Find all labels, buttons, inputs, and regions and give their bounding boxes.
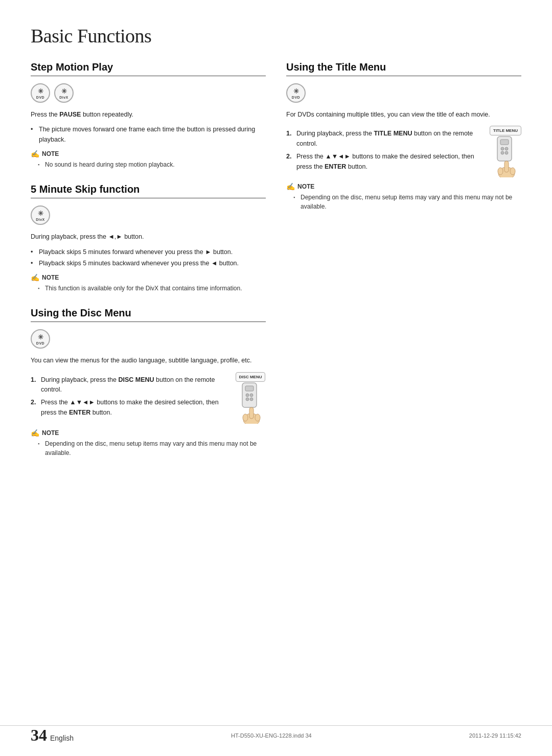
svg-rect-7 [249, 407, 254, 419]
disc-menu-hand-svg [235, 382, 266, 424]
minute-skip-note-1: This function is available only for the … [38, 284, 266, 293]
title-enter-bold: ENTER [325, 163, 346, 170]
svg-rect-1 [245, 386, 254, 391]
title-menu-intro: For DVDs containing multiple titles, you… [286, 110, 521, 120]
title-menu-note-1: Depending on the disc, menu setup items … [293, 193, 521, 211]
svg-point-12 [501, 147, 504, 150]
left-column: Step Motion Play ✳ DVD ✳ DivX Press the … [31, 61, 266, 472]
note-icon-3: ✍ [31, 429, 39, 437]
dvd-star-disc-icon: ✳ [38, 333, 43, 341]
disc-menu-steps: 1. During playback, press the DISC MENU … [31, 371, 223, 423]
dvd-star-icon: ✳ [38, 87, 43, 95]
minute-skip-note-title: ✍ NOTE [31, 273, 266, 282]
svg-point-18 [498, 168, 503, 175]
title-menu-content-area: 1. During playback, press the TITLE MENU… [286, 125, 521, 177]
dvd-badge-disc: ✳ DVD [31, 329, 50, 349]
step-motion-note-1: No sound is heard during step motion pla… [38, 160, 266, 169]
footer-filename: HT-D550-XU-ENG-1228.indd 34 [231, 732, 312, 739]
disc-menu-badges: ✳ DVD [31, 329, 266, 349]
svg-point-2 [246, 394, 249, 397]
note-icon-2: ✍ [31, 273, 39, 282]
title-menu-title: Using the Title Menu [286, 61, 521, 76]
title-menu-steps: 1. During playback, press the TITLE MENU… [286, 125, 477, 177]
divx-star-icon: ✳ [61, 87, 67, 95]
svg-point-15 [505, 151, 508, 154]
disc-menu-image-wrapper: DISC MENU [235, 372, 266, 424]
step-motion-play-section: Step Motion Play ✳ DVD ✳ DivX Press the … [31, 61, 266, 169]
step-motion-intro: Press the PAUSE button repeatedly. [31, 110, 266, 120]
disc-menu-content-area: 1. During playback, press the DISC MENU … [31, 371, 266, 424]
step-motion-note: ✍ NOTE No sound is heard during step mot… [31, 150, 266, 169]
title-menu-note-title: ✍ NOTE [286, 182, 521, 191]
two-column-layout: Step Motion Play ✳ DVD ✳ DivX Press the … [31, 61, 521, 472]
minute-skip-badges: ✳ DivX [31, 205, 266, 225]
step-motion-note-title: ✍ NOTE [31, 150, 266, 158]
footer-timestamp: 2011-12-29 11:15:42 [469, 732, 521, 739]
title-menu-button-label: TITLE MENU [490, 126, 521, 135]
svg-point-19 [510, 168, 515, 175]
divx-star-icon-2: ✳ [38, 210, 43, 217]
svg-point-4 [246, 398, 249, 401]
disc-menu-note: ✍ NOTE Depending on the disc, menu setup… [31, 429, 266, 457]
disc-menu-step-1: 1. During playback, press the DISC MENU … [31, 375, 223, 395]
step-motion-note-list: No sound is heard during step motion pla… [31, 160, 266, 169]
minute-skip-bullets: Playback skips 5 minutes forward wheneve… [31, 247, 266, 269]
divx-badge: ✳ DivX [54, 83, 74, 103]
svg-point-8 [243, 414, 248, 421]
minute-skip-title: 5 Minute Skip function [31, 184, 266, 198]
note-icon-4: ✍ [286, 182, 295, 191]
svg-point-3 [250, 394, 253, 397]
disc-menu-step-2: 2. Press the ▲▼◄► buttons to make the de… [31, 398, 223, 418]
dvd-badge-title: ✳ DVD [286, 83, 306, 103]
pause-bold: PAUSE [59, 111, 81, 118]
disc-menu-numbered: 1. During playback, press the DISC MENU … [31, 375, 223, 418]
minute-skip-note: ✍ NOTE This function is available only f… [31, 273, 266, 293]
step-motion-bullets: The picture moves forward one frame each… [31, 125, 266, 145]
title-menu-step-1: 1. During playback, press the TITLE MENU… [286, 129, 477, 149]
svg-point-5 [250, 398, 253, 401]
svg-rect-11 [500, 140, 509, 145]
minute-skip-intro: During playback, press the ◄,► button. [31, 232, 266, 242]
step-motion-play-title: Step Motion Play [31, 61, 266, 76]
page-wrapper: Basic Functions Step Motion Play ✳ DVD ✳… [0, 0, 552, 756]
title-menu-badges: ✳ DVD [286, 83, 521, 103]
page-language: English [50, 734, 74, 742]
disc-menu-section: Using the Disc Menu ✳ DVD You can view t… [31, 307, 266, 457]
title-menu-note-list: Depending on the disc, menu setup items … [286, 193, 521, 211]
title-menu-image-wrapper: TITLE MENU [490, 126, 521, 177]
step-motion-bullet-1: The picture moves forward one frame each… [31, 125, 266, 145]
minute-skip-bullet-1: Playback skips 5 minutes forward wheneve… [31, 247, 266, 257]
page-number: 34 [31, 726, 47, 745]
disc-menu-intro: You can view the menus for the audio lan… [31, 356, 266, 365]
title-menu-section: Using the Title Menu ✳ DVD For DVDs cont… [286, 61, 521, 211]
divx-badge-2: ✳ DivX [31, 205, 50, 225]
disc-menu-button-label: DISC MENU [236, 372, 266, 382]
minute-skip-section: 5 Minute Skip function ✳ DivX During pla… [31, 184, 266, 293]
title-menu-bold: TITLE MENU [374, 130, 412, 137]
page-footer: 34 English HT-D550-XU-ENG-1228.indd 34 2… [0, 725, 552, 745]
svg-rect-17 [504, 161, 509, 172]
disc-menu-title: Using the Disc Menu [31, 307, 266, 322]
right-column: Using the Title Menu ✳ DVD For DVDs cont… [286, 61, 521, 472]
dvd-star-title-icon: ✳ [293, 87, 299, 95]
disc-menu-note-list: Depending on the disc, menu setup items … [31, 439, 266, 457]
title-menu-numbered: 1. During playback, press the TITLE MENU… [286, 129, 477, 172]
minute-skip-bullet-2: Playback skips 5 minutes backward whenev… [31, 259, 266, 268]
dvd-badge: ✳ DVD [31, 83, 50, 103]
svg-point-14 [501, 151, 504, 154]
svg-point-13 [505, 147, 508, 150]
svg-point-9 [255, 414, 260, 421]
title-menu-note: ✍ NOTE Depending on the disc, menu setup… [286, 182, 521, 211]
minute-skip-note-list: This function is available only for the … [31, 284, 266, 293]
note-icon: ✍ [31, 150, 39, 158]
disc-enter-bold: ENTER [69, 409, 90, 416]
disc-menu-note-1: Depending on the disc, menu setup items … [38, 439, 266, 457]
title-menu-step-2: 2. Press the ▲▼◄► buttons to make the de… [286, 152, 477, 172]
page-number-area: 34 English [31, 726, 74, 745]
page-title: Basic Functions [31, 25, 521, 47]
disc-menu-bold: DISC MENU [118, 376, 154, 383]
disc-menu-note-title: ✍ NOTE [31, 429, 266, 437]
title-menu-hand-svg [490, 135, 521, 177]
step-motion-badges: ✳ DVD ✳ DivX [31, 83, 266, 103]
